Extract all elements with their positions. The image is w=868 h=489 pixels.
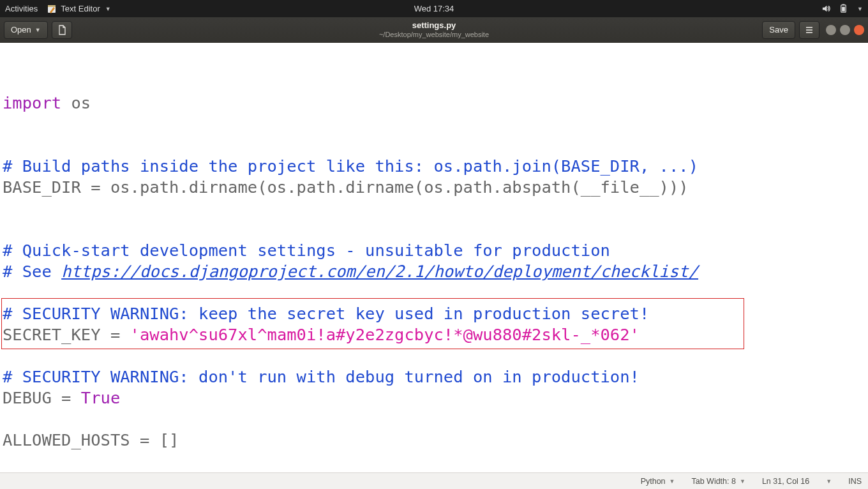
document-path: ~/Desktop/my_website/my_website [379, 31, 489, 39]
app-menu-label: Text Editor [61, 4, 100, 13]
code-string: 'awahv^su67xl^mam0i!a#y2e2zgcbyc!*@wu880… [130, 325, 640, 344]
text-editor-icon [47, 4, 57, 14]
chevron-down-icon: ▼ [35, 27, 41, 33]
chevron-down-icon: ▼ [105, 6, 111, 12]
code-comment: # Quick-start development settings - uns… [3, 241, 610, 260]
battery-icon [839, 4, 848, 13]
insert-mode-label: INS [848, 477, 862, 486]
gnome-top-panel: Activities Text Editor ▼ Wed 17:34 ▼ [0, 0, 868, 17]
open-button-label: Open [11, 25, 31, 34]
cursor-position: Ln 31, Col 16 [762, 477, 809, 486]
text-editor-view[interactable]: import os # Build paths inside the proje… [0, 43, 868, 472]
panel-left: Activities Text Editor ▼ [5, 4, 111, 14]
app-menu[interactable]: Text Editor ▼ [47, 4, 110, 14]
code-text: ALLOWED_HOSTS = [] [3, 430, 179, 449]
chevron-down-icon[interactable]: ▼ [826, 478, 832, 485]
code-text: os [61, 93, 91, 112]
code-keyword: import [3, 93, 61, 112]
statusbar: Python ▼ Tab Width: 8 ▼ Ln 31, Col 16 ▼ … [0, 472, 868, 489]
tab-width-label: Tab Width: 8 [691, 477, 735, 486]
volume-icon [821, 4, 831, 13]
svg-rect-4 [842, 7, 845, 11]
code-comment: # SECURITY WARNING: keep the secret key … [3, 304, 649, 323]
menu-button[interactable] [799, 21, 819, 39]
save-button[interactable]: Save [762, 21, 795, 39]
hamburger-icon [804, 25, 814, 35]
headerbar-right: Save [762, 21, 864, 39]
code-comment-prefix: # See [3, 262, 61, 281]
document-title: settings.py [379, 21, 489, 31]
insert-mode[interactable]: INS [848, 477, 862, 486]
source-code[interactable]: import os # Build paths inside the proje… [0, 43, 868, 472]
code-text: DEBUG = [3, 388, 81, 407]
chevron-down-icon: ▼ [857, 6, 863, 12]
code-text: BASE_DIR = os.path.dirname(os.path.dirna… [3, 177, 689, 197]
window-close-button[interactable] [854, 25, 864, 35]
code-comment: # See https://docs.djangoproject.com/en/… [3, 262, 698, 281]
window-maximize-button[interactable] [840, 25, 850, 35]
new-document-button[interactable] [52, 21, 72, 39]
code-url: https://docs.djangoproject.com/en/2.1/ho… [61, 262, 698, 281]
tab-width-selector[interactable]: Tab Width: 8 ▼ [691, 477, 745, 486]
chevron-down-icon: ▼ [670, 478, 675, 485]
save-button-label: Save [769, 25, 788, 34]
language-label: Python [641, 477, 666, 486]
open-button[interactable]: Open ▼ [4, 21, 48, 39]
language-selector[interactable]: Python ▼ [641, 477, 675, 486]
activities-button[interactable]: Activities [5, 4, 38, 13]
new-document-icon [57, 25, 67, 35]
panel-clock[interactable]: Wed 17:34 [414, 4, 454, 13]
svg-rect-3 [842, 4, 845, 4]
svg-rect-1 [48, 5, 56, 7]
chevron-down-icon: ▼ [740, 478, 745, 485]
window-minimize-button[interactable] [826, 25, 836, 35]
headerbar-title-group: settings.py ~/Desktop/my_website/my_webs… [379, 21, 489, 39]
code-boolean: True [81, 388, 120, 407]
headerbar: Open ▼ settings.py ~/Desktop/my_website/… [0, 17, 868, 43]
panel-status-area[interactable]: ▼ [821, 4, 863, 13]
window-controls [826, 25, 864, 35]
code-comment: # Build paths inside the project like th… [3, 156, 698, 176]
cursor-position-label: Ln 31, Col 16 [762, 477, 809, 486]
code-comment: # SECURITY WARNING: don't run with debug… [3, 367, 640, 386]
code-text: SECRET_KEY = [3, 325, 130, 344]
